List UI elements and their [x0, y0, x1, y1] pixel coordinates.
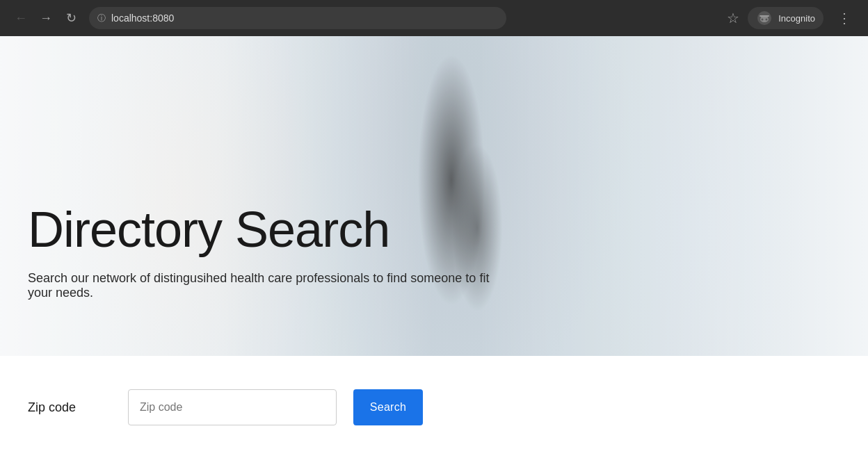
svg-point-4 — [762, 19, 764, 21]
incognito-icon — [756, 10, 773, 26]
hero-subtitle: Search our network of distingusihed heal… — [28, 271, 515, 300]
hero-overlay — [0, 36, 868, 356]
zip-code-label: Zip code — [28, 400, 111, 415]
page-content: Directory Search Search our network of d… — [0, 36, 868, 456]
menu-button[interactable]: ⋮ — [832, 7, 857, 29]
browser-chrome: ← → ↻ ⓘ localhost:8080 ☆ Incognito ⋮ — [0, 0, 868, 36]
incognito-button[interactable]: Incognito — [748, 7, 823, 29]
url-text: localhost:8080 — [111, 13, 174, 24]
lock-icon: ⓘ — [97, 13, 106, 24]
zip-code-input[interactable] — [128, 389, 337, 425]
hero-title: Directory Search — [28, 202, 840, 257]
browser-actions: ☆ Incognito ⋮ — [727, 7, 857, 29]
refresh-button[interactable]: ↻ — [61, 8, 81, 28]
hero-text-container: Directory Search Search our network of d… — [0, 202, 868, 300]
search-section: Zip code Search — [0, 356, 868, 456]
hero-section: Directory Search Search our network of d… — [0, 36, 868, 356]
nav-buttons: ← → ↻ — [11, 8, 81, 28]
back-button[interactable]: ← — [11, 8, 31, 28]
search-button[interactable]: Search — [353, 389, 423, 425]
incognito-label: Incognito — [778, 13, 815, 24]
address-bar[interactable]: ⓘ localhost:8080 — [89, 7, 506, 29]
svg-rect-3 — [760, 15, 769, 17]
svg-point-5 — [766, 19, 768, 21]
bookmark-icon[interactable]: ☆ — [727, 10, 739, 26]
forward-button[interactable]: → — [36, 8, 56, 28]
